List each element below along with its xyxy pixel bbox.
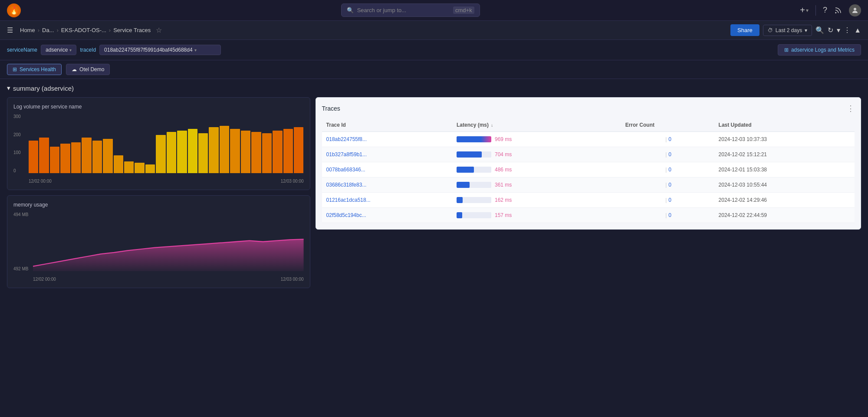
nav-left: 🔥 <box>7 3 21 17</box>
section-title-text: summary (adservice) <box>13 85 74 92</box>
trace-id-link[interactable]: 02f58d5c194bc... <box>326 212 366 218</box>
breadcrumb-dashboard[interactable]: Da... <box>42 27 54 33</box>
feed-icon[interactable] <box>834 7 842 14</box>
traces-table-header: Trace Id Latency (ms) ↓ Error Count Last… <box>322 118 855 132</box>
log-bar <box>198 133 208 173</box>
search-placeholder-text: Search or jump to... <box>357 7 406 13</box>
error-divider: | <box>665 151 667 158</box>
error-count-value: 0 <box>668 212 671 218</box>
left-panels: Log volume per service name 300 200 100 … <box>7 97 310 288</box>
log-bar <box>156 135 165 173</box>
log-bar <box>29 141 38 173</box>
memory-usage-chart: 494 MB 492 MB <box>13 212 304 282</box>
traces-title: Traces <box>322 105 340 112</box>
latency-cell: 162 ms <box>457 197 617 203</box>
search-keyboard-shortcut: cmd+k <box>453 7 474 14</box>
error-count-value: 0 <box>668 151 671 158</box>
grid-icon: ⊞ <box>784 47 789 53</box>
last-updated-value: 2024-12-03 10:55:44 <box>714 177 855 193</box>
col-latency: Latency (ms) ↓ <box>452 118 621 132</box>
breadcrumb-actions: Share ⏱ Last 2 days ▾ 🔍 ↻ ▾ ⋮ ▲ <box>730 24 861 36</box>
trace-id-link[interactable]: 018ab224755f8... <box>326 136 367 142</box>
log-bar <box>82 138 91 173</box>
grafana-logo[interactable]: 🔥 <box>7 3 21 17</box>
menu-button[interactable]: ☰ <box>7 26 13 34</box>
log-bar <box>103 139 112 173</box>
service-name-value: adservice <box>46 47 68 53</box>
traces-panel: Traces ⋮ Trace Id Latency (ms) ↓ Error C… <box>316 97 861 230</box>
trace-id-link[interactable]: 01b327a8f59b1... <box>326 151 367 158</box>
services-health-button[interactable]: ⊞ Services Health <box>7 64 62 75</box>
log-volume-y-axis: 300 200 100 0 <box>13 114 26 173</box>
more-options-button[interactable]: ⋮ <box>844 26 851 34</box>
trace-id-link[interactable]: 03686c318fe83... <box>326 182 367 188</box>
log-volume-chart: 300 200 100 0 12/02 00:00 12/03 00:00 <box>13 114 304 184</box>
search-icon: 🔍 <box>347 7 354 13</box>
latency-value: 157 ms <box>495 212 516 218</box>
logs-metrics-button[interactable]: ⊞ adservice Logs and Metrics <box>778 44 861 56</box>
log-bar <box>230 129 240 173</box>
error-divider: | <box>665 197 667 203</box>
log-bar <box>188 129 197 173</box>
otel-demo-button[interactable]: ☁ Otel Demo <box>66 64 110 75</box>
time-range-label: Last 2 days <box>776 27 802 33</box>
latency-bar <box>457 182 491 188</box>
last-updated-value: 2024-12-01 15:03:38 <box>714 162 855 177</box>
log-bar <box>177 131 187 173</box>
trace-id-chevron-icon: ▾ <box>194 48 197 53</box>
add-button[interactable]: + ▾ <box>800 5 809 15</box>
log-volume-title: Log volume per service name <box>13 104 304 110</box>
latency-value: 486 ms <box>495 167 516 173</box>
traces-more-button[interactable]: ⋮ <box>847 104 855 113</box>
filter-bar: serviceName adservice ▾ traceId 018ab224… <box>0 40 868 60</box>
table-row: 018ab224755f8...969 ms|02024-12-03 10:37… <box>322 132 855 147</box>
latency-bar <box>457 197 491 203</box>
logs-metrics-label: adservice Logs and Metrics <box>791 47 855 53</box>
refresh-chevron[interactable]: ▾ <box>837 26 840 34</box>
help-icon[interactable]: ? <box>823 6 827 15</box>
latency-cell: 486 ms <box>457 167 617 173</box>
trace-id-link[interactable]: 01216ac1dca518... <box>326 197 371 203</box>
log-bar <box>251 132 261 173</box>
last-updated-value: 2024-12-02 14:29:46 <box>714 193 855 208</box>
add-chevron-icon: ▾ <box>806 7 809 13</box>
memory-usage-panel: memory usage 494 MB 492 MB <box>7 195 310 288</box>
zoom-out-button[interactable]: 🔍 <box>815 26 824 34</box>
log-volume-bars <box>29 114 304 173</box>
time-range-chevron: ▾ <box>805 27 807 33</box>
breadcrumb-current: Service Traces <box>113 27 151 33</box>
user-avatar[interactable] <box>849 4 861 16</box>
service-name-label: serviceName <box>7 47 37 53</box>
memory-y-axis: 494 MB 492 MB <box>13 212 31 271</box>
breadcrumb-home[interactable]: Home <box>20 27 35 33</box>
breadcrumb-sep-1: › <box>38 27 39 33</box>
global-search[interactable]: 🔍 Search or jump to... cmd+k <box>341 3 480 17</box>
error-divider: | <box>665 167 667 173</box>
services-health-label: Services Health <box>20 66 56 72</box>
latency-value: 704 ms <box>495 151 516 158</box>
breadcrumb-sep-2: › <box>57 27 59 33</box>
log-bar <box>220 126 229 173</box>
collapse-button[interactable]: ▲ <box>854 26 861 34</box>
memory-usage-title: memory usage <box>13 202 304 208</box>
trace-id-value: 018ab224755f87f5991d4baf45d688d4 <box>104 47 193 53</box>
time-range-button[interactable]: ⏱ Last 2 days ▾ <box>763 25 812 36</box>
svg-point-1 <box>854 8 856 10</box>
favorite-icon[interactable]: ☆ <box>156 26 162 34</box>
clock-icon: ⏱ <box>768 27 773 33</box>
trace-id-link[interactable]: 0078ba668346... <box>326 167 365 173</box>
traces-header-row: Trace Id Latency (ms) ↓ Error Count Last… <box>322 118 855 132</box>
col-last-updated: Last Updated <box>714 118 855 132</box>
service-name-select[interactable]: adservice ▾ <box>41 45 76 55</box>
trace-id-select[interactable]: 018ab224755f87f5991d4baf45d688d4 ▾ <box>99 45 221 55</box>
log-bar <box>135 163 144 173</box>
latency-value: 162 ms <box>495 197 516 203</box>
breadcrumb-cluster[interactable]: EKS-ADOT-OS-... <box>61 27 106 33</box>
latency-bar <box>457 167 491 173</box>
latency-bar <box>457 212 491 218</box>
share-button[interactable]: Share <box>730 24 760 36</box>
log-bar <box>273 131 282 173</box>
col-trace-id: Trace Id <box>322 118 452 132</box>
refresh-button[interactable]: ↻ <box>828 26 833 34</box>
latency-cell: 157 ms <box>457 212 617 218</box>
